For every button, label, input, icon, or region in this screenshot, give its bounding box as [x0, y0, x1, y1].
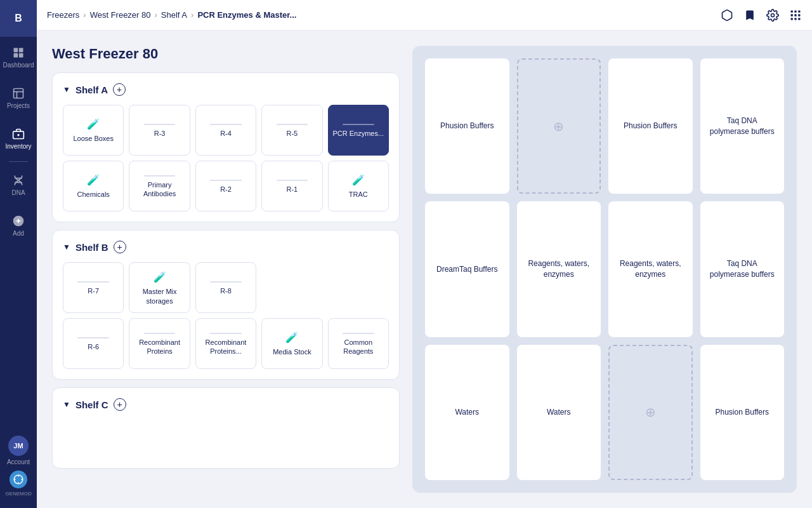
rack-cell-5[interactable]: Reagents, waters, enzymes [517, 201, 601, 337]
svg-rect-2 [14, 53, 18, 57]
box-r8[interactable]: R-8 [195, 262, 256, 313]
inventory-icon [12, 128, 25, 140]
box-r5[interactable]: R-5 [261, 105, 322, 156]
rack-cell-9[interactable]: Waters [517, 345, 601, 480]
sidebar-item-account[interactable]: JM Account [0, 430, 37, 471]
settings-button[interactable] [766, 9, 779, 22]
box-line [77, 281, 108, 283]
svg-rect-14 [791, 10, 793, 12]
box-line [343, 124, 374, 125]
rack-cell-3[interactable]: Taq DNA polymerase buffers [700, 58, 785, 194]
box-line [277, 124, 308, 125]
breadcrumb-freezers[interactable]: Freezers [47, 10, 79, 20]
sidebar: B Dashboard Projects Inventory DNA Add J… [0, 0, 37, 508]
shelf-a-add-button[interactable]: + [113, 83, 126, 96]
dashboard-icon [12, 46, 25, 59]
rack-cell-6[interactable]: Reagents, waters, enzymes [608, 201, 693, 337]
avatar: JM [8, 436, 29, 456]
box-placeholder-1 [261, 262, 322, 313]
shelf-a-section: ▼ Shelf A + 🧪 Loose Boxes R-3 [52, 72, 400, 222]
box-common-reagents[interactable]: Common Reagents [328, 318, 389, 369]
shelf-b-header: ▼ Shelf B + [63, 241, 389, 253]
box-label: R-1 [287, 185, 298, 194]
breadcrumb-shelf-a[interactable]: Shelf A [161, 10, 187, 20]
shelf-b-toggle[interactable]: ▼ [63, 243, 70, 251]
shelf-b-add-button[interactable]: + [114, 241, 126, 253]
breadcrumb-current: PCR Enzymes & Master... [197, 10, 296, 20]
box-r2[interactable]: R-2 [195, 161, 256, 211]
breadcrumb: Freezers › West Freezer 80 › Shelf A › P… [47, 10, 296, 20]
breadcrumb-west-freezer[interactable]: West Freezer 80 [90, 10, 151, 20]
box-trac[interactable]: 🧪 TRAC [328, 161, 389, 211]
left-panel: West Freezer 80 ▼ Shelf A + 🧪 Loose Boxe… [52, 46, 400, 493]
shelf-b-title: Shelf B [75, 242, 108, 253]
box-icon: 🧪 [87, 118, 100, 130]
box-icon: 🧪 [352, 174, 365, 186]
box-label: R-5 [287, 129, 298, 138]
topbar-actions [721, 9, 802, 22]
rack-cell-1[interactable]: ⊕ [517, 58, 601, 194]
box-label: Chemicals [77, 190, 110, 199]
box-icon: 🧪 [87, 174, 100, 186]
box-label: PCR Enzymes... [332, 129, 384, 138]
box-r4[interactable]: R-4 [195, 105, 256, 156]
box-r3[interactable]: R-3 [129, 105, 190, 156]
box-line [77, 337, 108, 338]
svg-rect-15 [794, 10, 796, 12]
sidebar-item-label: DNA [11, 189, 25, 196]
grid-button[interactable] [789, 9, 802, 22]
sidebar-logo[interactable]: B [0, 0, 37, 37]
svg-rect-4 [14, 88, 23, 98]
box-r6[interactable]: R-6 [63, 318, 124, 369]
rack-cell-8[interactable]: Waters [425, 345, 509, 480]
sidebar-item-inventory[interactable]: Inventory [0, 118, 37, 159]
sidebar-item-projects[interactable]: Projects [0, 77, 37, 118]
svg-rect-18 [794, 14, 796, 16]
sidebar-item-label: Inventory [5, 143, 31, 150]
bookmark-button[interactable] [743, 9, 756, 22]
svg-rect-16 [798, 10, 800, 12]
sidebar-divider [9, 161, 28, 162]
sidebar-item-add[interactable]: Add [0, 205, 37, 246]
box-label: Loose Boxes [73, 134, 114, 143]
rack-grid: Phusion Buffers ⊕ Phusion Buffers Taq DN… [412, 46, 797, 493]
projects-icon [12, 87, 25, 100]
shelf-c-add-button[interactable]: + [114, 398, 126, 411]
rack-cell-4[interactable]: DreamTaq Buffers [425, 201, 509, 337]
box-master-mix[interactable]: 🧪 Master Mix storages [129, 262, 190, 313]
box-label: R-4 [220, 129, 232, 138]
main-content: Freezers › West Freezer 80 › Shelf A › P… [37, 0, 812, 508]
rack-cell-10[interactable]: ⊕ [608, 345, 693, 480]
box-primary-antibodies[interactable]: Primary Antibodies [129, 161, 190, 211]
box-r7[interactable]: R-7 [63, 262, 124, 313]
box-label: R-3 [154, 129, 166, 138]
box-recombinant-proteins-2[interactable]: Recombinant Proteins... [195, 318, 256, 369]
box-label: Master Mix storages [133, 287, 185, 305]
box-recombinant-proteins[interactable]: Recombinant Proteins [129, 318, 190, 369]
box-label: Recombinant Proteins... [200, 338, 252, 356]
rack-cell-2[interactable]: Phusion Buffers [608, 58, 693, 194]
shelf-a-toggle[interactable]: ▼ [63, 85, 70, 94]
box-r1[interactable]: R-1 [261, 161, 322, 211]
sidebar-item-dna[interactable]: DNA [0, 164, 37, 205]
box-line [210, 281, 241, 283]
box-line [144, 333, 175, 334]
box-loose-boxes[interactable]: 🧪 Loose Boxes [63, 105, 124, 156]
sidebar-item-label: Projects [7, 102, 30, 109]
genemod-label: GENEMOD [5, 491, 31, 497]
shelf-c-section: ▼ Shelf C + [52, 387, 400, 469]
box-chemicals[interactable]: 🧪 Chemicals [63, 161, 124, 211]
shelf-c-toggle[interactable]: ▼ [63, 400, 70, 409]
box-button[interactable] [721, 9, 733, 22]
box-pcr-enzymes[interactable]: PCR Enzymes... [328, 105, 389, 156]
box-icon: 🧪 [285, 331, 298, 344]
rack-cell-0[interactable]: Phusion Buffers [425, 58, 509, 194]
box-label: TRAC [349, 190, 368, 199]
svg-rect-0 [14, 48, 18, 52]
rack-cell-7[interactable]: Taq DNA polymerase buffers [700, 201, 785, 337]
sidebar-item-dashboard[interactable]: Dashboard [0, 37, 37, 77]
rack-cell-11[interactable]: Phusion Buffers [700, 345, 785, 480]
box-line [277, 180, 308, 181]
shelf-c-grid [63, 420, 389, 458]
box-media-stock[interactable]: 🧪 Media Stock [261, 318, 322, 369]
